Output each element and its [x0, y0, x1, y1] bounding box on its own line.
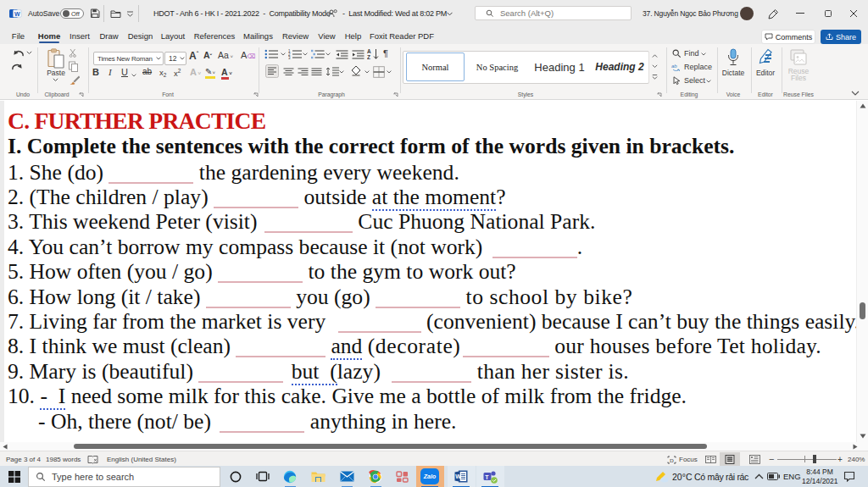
- svg-text:Z: Z: [367, 54, 370, 60]
- svg-text:W: W: [14, 11, 20, 17]
- svg-text:T: T: [485, 474, 489, 480]
- svg-text:ab: ab: [671, 64, 677, 69]
- svg-text:D: D: [670, 457, 674, 463]
- svg-text:A: A: [367, 48, 371, 54]
- svg-text:3: 3: [288, 56, 291, 60]
- svg-text:W: W: [455, 473, 461, 479]
